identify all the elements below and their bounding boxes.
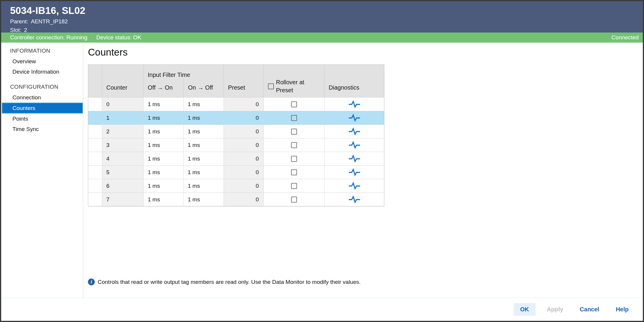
preset-cell: 0 <box>224 179 264 192</box>
filter-on-off-cell[interactable]: 1 ms <box>183 111 224 124</box>
rollover-checkbox[interactable] <box>291 115 297 121</box>
sidebar-item-points[interactable]: Points <box>1 114 83 124</box>
counter-cell: 4 <box>102 152 143 165</box>
diagnostics-cell <box>324 98 384 111</box>
row-selector-cell[interactable] <box>88 111 102 124</box>
diagnostics-cell <box>324 166 384 179</box>
rollover-cell <box>264 98 324 111</box>
preset-cell: 0 <box>224 166 264 179</box>
filter-on-off-cell[interactable]: 1 ms <box>183 138 224 152</box>
filter-off-on-cell[interactable]: 1 ms <box>143 166 183 179</box>
ok-button[interactable]: OK <box>514 303 536 316</box>
row-selector-cell[interactable] <box>88 138 102 152</box>
diagnostics-cell <box>324 193 384 206</box>
row-selector-cell[interactable] <box>88 193 102 206</box>
rollover-cell <box>264 125 324 138</box>
filter-off-on-cell[interactable]: 1 ms <box>143 125 183 138</box>
rollover-checkbox[interactable] <box>291 142 297 148</box>
preset-cell: 0 <box>224 111 264 124</box>
diagnostics-pulse-icon[interactable] <box>349 195 360 204</box>
note-text: Controls that read or write output tag m… <box>98 279 361 285</box>
row-selector-cell[interactable] <box>88 166 102 179</box>
preset-cell: 0 <box>224 138 264 152</box>
help-button[interactable]: Help <box>611 303 634 316</box>
rollover-header-line2: Preset <box>276 86 304 94</box>
diagnostics-pulse-icon[interactable] <box>349 182 360 190</box>
sidebar-item-time-sync[interactable]: Time Sync <box>1 124 83 134</box>
counter-row: 7 1 ms 1 ms 0 <box>88 192 384 206</box>
counter-cell: 1 <box>102 111 143 124</box>
rollover-cell <box>264 166 324 179</box>
counters-heading: Counters <box>88 47 643 58</box>
diagnostics-pulse-icon[interactable] <box>349 141 360 149</box>
main-content: Counters Counter Input Filter Time Off →… <box>83 43 643 298</box>
filter-on-off-cell[interactable]: 1 ms <box>183 98 224 111</box>
preset-cell: 0 <box>224 125 264 138</box>
rollover-cell <box>264 152 324 165</box>
filter-on-off-cell[interactable]: 1 ms <box>183 125 224 138</box>
off-on-column-header: Off → On <box>144 79 184 97</box>
rollover-checkbox[interactable] <box>291 169 297 175</box>
preset-cell: 0 <box>224 98 264 111</box>
row-selector-cell[interactable] <box>88 179 102 192</box>
rollover-cell <box>264 138 324 152</box>
filter-off-on-cell[interactable]: 1 ms <box>143 179 183 192</box>
filter-off-on-cell[interactable]: 1 ms <box>143 152 183 165</box>
sidebar-item-counters[interactable]: Counters <box>2 103 83 114</box>
connected-badge: Connected <box>611 34 639 41</box>
sidebar-item-overview[interactable]: Overview <box>1 56 83 67</box>
counter-cell: 3 <box>102 138 143 152</box>
diagnostics-cell <box>324 125 384 138</box>
rollover-checkbox[interactable] <box>291 156 297 162</box>
input-filter-time-label: Input Filter Time <box>144 65 224 79</box>
counter-row: 6 1 ms 1 ms 0 <box>88 179 384 192</box>
rollover-checkbox[interactable] <box>291 101 297 107</box>
input-filter-time-group-header: Input Filter Time Off → On On → Off <box>143 65 224 97</box>
parent-value: AENTR_IP182 <box>31 18 68 25</box>
counter-cell: 5 <box>102 166 143 179</box>
connection-status-bar: Controller connection: Running Device st… <box>1 33 643 43</box>
diagnostics-pulse-icon[interactable] <box>349 100 360 109</box>
diagnostics-cell <box>324 111 384 124</box>
diagnostics-pulse-icon[interactable] <box>349 127 360 136</box>
rollover-checkbox[interactable] <box>291 129 297 135</box>
apply-button[interactable]: Apply <box>542 303 569 316</box>
row-selector-cell[interactable] <box>88 98 102 111</box>
counter-cell: 7 <box>102 193 143 206</box>
preset-column-header: Preset <box>224 65 264 97</box>
rollover-checkbox[interactable] <box>291 183 297 189</box>
read-only-note: i Controls that read or write output tag… <box>88 279 361 285</box>
rollover-cell <box>264 111 324 124</box>
rollover-cell <box>264 193 324 206</box>
row-selector-cell[interactable] <box>88 125 102 138</box>
rollover-cell <box>264 179 324 192</box>
diagnostics-pulse-icon[interactable] <box>349 114 360 122</box>
diagnostics-pulse-icon[interactable] <box>349 168 360 177</box>
footer-button-bar: OK Apply Cancel Help <box>1 298 643 321</box>
filter-off-on-cell[interactable]: 1 ms <box>143 98 183 111</box>
page-title: 5034-IB16, SL02 <box>10 5 634 16</box>
filter-on-off-cell[interactable]: 1 ms <box>183 193 224 206</box>
diagnostics-cell <box>324 138 384 152</box>
rollover-checkbox[interactable] <box>291 197 297 203</box>
filter-on-off-cell[interactable]: 1 ms <box>183 152 224 165</box>
row-selector-cell[interactable] <box>88 152 102 165</box>
counter-column-header: Counter <box>102 65 143 97</box>
cancel-button[interactable]: Cancel <box>574 303 605 316</box>
sidebar-item-connection[interactable]: Connection <box>1 92 83 103</box>
filter-on-off-cell[interactable]: 1 ms <box>183 179 224 192</box>
filter-off-on-cell[interactable]: 1 ms <box>143 138 183 152</box>
counter-row: 3 1 ms 1 ms 0 <box>88 138 384 152</box>
sidebar-item-device-information[interactable]: Device Information <box>1 67 83 77</box>
controller-connection-status: Controller connection: Running <box>10 34 87 41</box>
filter-on-off-cell[interactable]: 1 ms <box>183 166 224 179</box>
preset-cell: 0 <box>224 152 264 165</box>
rollover-select-all-checkbox[interactable] <box>268 83 274 89</box>
diagnostics-pulse-icon[interactable] <box>349 155 360 163</box>
filter-off-on-cell[interactable]: 1 ms <box>143 111 183 124</box>
filter-off-on-cell[interactable]: 1 ms <box>143 193 183 206</box>
counter-row: 2 1 ms 1 ms 0 <box>88 124 384 138</box>
body-area: INFORMATION Overview Device Information … <box>1 43 643 298</box>
counters-table-header: Counter Input Filter Time Off → On On → … <box>88 65 384 97</box>
rollover-header-line1: Rollover at <box>276 78 304 86</box>
